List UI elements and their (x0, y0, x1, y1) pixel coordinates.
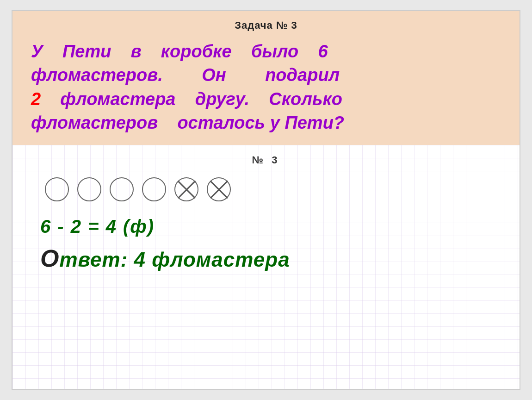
circles-row (45, 177, 492, 201)
number-label: № 3 (40, 154, 492, 166)
notebook-area: № 3 6 - 2 = 4 (ф) Ответ: 4 фломастера (12, 145, 520, 389)
header-area: Задача № 3 У Пети в коробке было 6 флома… (12, 11, 520, 145)
answer-o-letter: О (40, 245, 59, 272)
answer-text: твет: 4 фломастера (59, 248, 290, 271)
task-text: У Пети в коробке было 6 фломастеров. Он … (31, 40, 501, 135)
circle-5-crossed (174, 177, 198, 201)
circle-4 (142, 177, 166, 201)
number2: 2 (31, 89, 41, 109)
task-title: Задача № 3 (31, 19, 501, 31)
task-text-part3: 2 фломастера другу. Сколько (31, 89, 342, 109)
task-text-part4: фломастеров осталось у Пети? (31, 113, 344, 132)
task-text-part2: фломастеров. Он подарил (31, 65, 340, 85)
circle-6-crossed (207, 177, 231, 201)
circle-1 (45, 177, 69, 201)
number1: 6 (318, 42, 328, 61)
circle-3 (110, 177, 134, 201)
equation: 6 - 2 = 4 (ф) (40, 216, 492, 237)
content-area: № 3 6 - 2 = 4 (ф) Ответ: 4 фломастера (12, 145, 520, 281)
answer-line: Ответ: 4 фломастера (40, 244, 492, 272)
slide: Задача № 3 У Пети в коробке было 6 флома… (12, 10, 520, 390)
circle-2 (77, 177, 101, 201)
task-text-part1: У Пети в коробке было 6 (31, 42, 328, 61)
